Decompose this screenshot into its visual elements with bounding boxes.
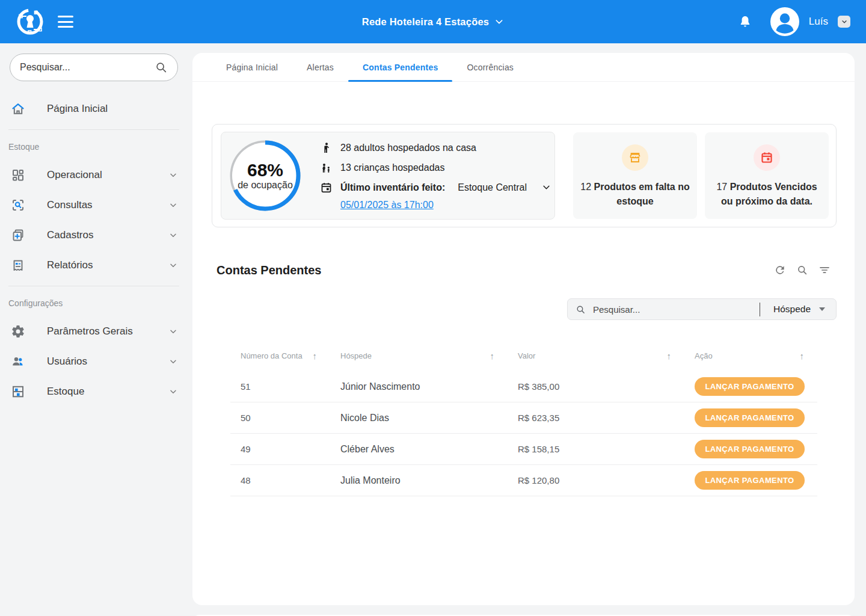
tab-label: Contas Pendentes bbox=[363, 63, 438, 72]
launch-payment-button[interactable]: LANÇAR PAGAMENTO bbox=[695, 440, 805, 458]
sidebar-item-operacional[interactable]: Operacional bbox=[0, 160, 188, 190]
sort-up-icon[interactable]: ↑ bbox=[490, 351, 495, 361]
value-cell: R$ 158,15 bbox=[508, 444, 684, 454]
account-number-cell: 48 bbox=[230, 475, 330, 485]
tab-label: Página Inicial bbox=[226, 63, 278, 72]
guest-cell: Cléber Alves bbox=[330, 444, 508, 455]
sidebar-section-label: Configurações bbox=[8, 298, 188, 308]
tab-pagina-inicial[interactable]: Página Inicial bbox=[212, 53, 292, 81]
home-icon bbox=[11, 102, 25, 116]
account-number-cell: 50 bbox=[230, 413, 330, 423]
sidebar-search-input[interactable] bbox=[20, 62, 155, 73]
column-label: Ação bbox=[695, 351, 713, 360]
inventory-date-link[interactable]: 05/01/2025 às 17h:00 bbox=[340, 200, 551, 211]
sidebar-item-parametros-gerais[interactable]: Parâmetros Gerais bbox=[0, 316, 188, 346]
occupancy-percent: 68% bbox=[247, 161, 283, 180]
hotel-keyhole-logo-icon bbox=[13, 5, 47, 38]
sidebar-item-label: Relatórios bbox=[47, 259, 93, 271]
sidebar-item-cadastros[interactable]: Cadastros bbox=[0, 220, 188, 250]
children-text: 13 crianças hospedadas bbox=[340, 162, 444, 173]
refresh-icon[interactable] bbox=[774, 264, 786, 276]
chevron-down-icon bbox=[168, 357, 178, 366]
missing-products-card[interactable]: 12 Produtos em falta no estoque bbox=[573, 132, 697, 219]
search-icon[interactable] bbox=[796, 264, 808, 276]
chevron-down-icon[interactable] bbox=[542, 183, 551, 192]
column-label: Valor bbox=[518, 351, 535, 360]
guest-cell: Nicole Dias bbox=[330, 413, 508, 424]
sidebar-item-consultas[interactable]: Consultas bbox=[0, 190, 188, 220]
search-field-value: Hóspede bbox=[773, 304, 811, 315]
report-receipt-icon bbox=[11, 258, 25, 273]
section-title: Contas Pendentes bbox=[216, 263, 321, 277]
pending-search-input[interactable] bbox=[593, 304, 755, 315]
sidebar-item-estoque[interactable]: Estoque bbox=[0, 377, 188, 407]
chevron-down-icon bbox=[168, 230, 178, 240]
inventory-shelf-icon bbox=[11, 384, 25, 399]
users-icon bbox=[11, 354, 25, 369]
table-header-row: Número da Conta↑ Hóspede↑ Valor↑ Ação↑ bbox=[230, 345, 817, 366]
launch-payment-button[interactable]: LANÇAR PAGAMENTO bbox=[695, 377, 805, 396]
account-number-cell: 49 bbox=[230, 444, 330, 454]
sidebar-item-label: Operacional bbox=[47, 169, 102, 181]
chevron-down-icon bbox=[168, 387, 178, 396]
table-row: 48 Julia Monteiro R$ 120,80 LANÇAR PAGAM… bbox=[230, 465, 817, 496]
sort-up-icon[interactable]: ↑ bbox=[667, 351, 672, 361]
sidebar-divider bbox=[8, 129, 179, 130]
tab-contas-pendentes[interactable]: Contas Pendentes bbox=[348, 53, 452, 81]
chevron-down-icon bbox=[168, 327, 178, 336]
sidebar-item-pagina-inicial[interactable]: Página Inicial bbox=[0, 94, 188, 124]
search-field-select[interactable]: Hóspede bbox=[760, 304, 829, 315]
sidebar-item-label: Página Inicial bbox=[47, 103, 108, 115]
user-menu-button[interactable] bbox=[838, 16, 850, 28]
adults-line: 28 adultos hospedados na casa bbox=[320, 141, 551, 155]
column-label: Número da Conta bbox=[241, 351, 302, 360]
column-header-account: Número da Conta↑ bbox=[230, 351, 330, 361]
calendar-icon bbox=[320, 181, 333, 194]
chevron-down-icon bbox=[168, 200, 178, 210]
top-right-group: Luís bbox=[738, 7, 850, 36]
adults-text: 28 adultos hospedados na casa bbox=[340, 143, 476, 153]
expired-products-text: 17 Produtos Vencidos ou próximo da data. bbox=[712, 180, 821, 209]
inventory-location-select[interactable]: Estoque Central bbox=[458, 182, 527, 193]
hotel-network-selector[interactable]: Rede Hoteleira 4 Estações bbox=[362, 16, 504, 28]
section-actions bbox=[774, 264, 831, 276]
user-avatar[interactable] bbox=[770, 7, 799, 36]
occupancy-caption: de ocupação bbox=[238, 180, 293, 191]
sidebar-item-relatorios[interactable]: Relatórios bbox=[0, 250, 188, 280]
filter-icon[interactable] bbox=[818, 264, 831, 276]
pending-search-bar: Hóspede bbox=[567, 298, 837, 320]
launch-payment-button[interactable]: LANÇAR PAGAMENTO bbox=[695, 471, 805, 490]
menu-toggle-button[interactable] bbox=[58, 16, 73, 28]
hotel-network-name: Rede Hoteleira 4 Estações bbox=[362, 16, 489, 28]
tab-label: Alertas bbox=[307, 63, 334, 72]
chevron-down-icon bbox=[168, 170, 178, 180]
search-icon[interactable] bbox=[155, 61, 168, 74]
guest-cell: Julia Monteiro bbox=[330, 475, 508, 486]
sidebar-divider bbox=[8, 286, 179, 286]
launch-payment-button[interactable]: LANÇAR PAGAMENTO bbox=[695, 408, 805, 427]
missing-products-text: 12 Produtos em falta no estoque bbox=[580, 180, 690, 209]
sidebar-item-label: Consultas bbox=[47, 199, 93, 211]
tab-ocorrencias[interactable]: Ocorrências bbox=[452, 53, 528, 81]
value-cell: R$ 623,35 bbox=[508, 413, 684, 423]
gear-icon bbox=[11, 324, 25, 339]
expired-products-card[interactable]: 17 Produtos Vencidos ou próximo da data. bbox=[705, 132, 829, 219]
tab-bar: Página Inicial Alertas Contas Pendentes … bbox=[192, 53, 855, 82]
dashboard-grid-icon bbox=[11, 168, 25, 182]
sidebar-item-usuarios[interactable]: Usuários bbox=[0, 346, 188, 377]
column-header-action: Ação↑ bbox=[684, 351, 817, 361]
notifications-bell-icon[interactable] bbox=[738, 14, 752, 29]
tab-alertas[interactable]: Alertas bbox=[292, 53, 348, 81]
sidebar-item-label: Estoque bbox=[47, 386, 84, 398]
expired-products-count: 17 bbox=[716, 182, 729, 192]
store-icon-badge bbox=[622, 144, 648, 171]
sort-up-icon[interactable]: ↑ bbox=[800, 351, 805, 361]
sort-up-icon[interactable]: ↑ bbox=[313, 351, 318, 361]
account-number-cell: 51 bbox=[230, 381, 330, 392]
table-row: 49 Cléber Alves R$ 158,15 LANÇAR PAGAMEN… bbox=[230, 434, 817, 465]
scan-search-icon bbox=[11, 198, 25, 212]
add-document-icon bbox=[11, 228, 25, 242]
column-header-guest: Hóspede↑ bbox=[330, 351, 508, 361]
avatar-person-icon bbox=[771, 8, 799, 35]
overview-strip: 68% de ocupação 28 adultos hospedados na… bbox=[212, 124, 837, 227]
